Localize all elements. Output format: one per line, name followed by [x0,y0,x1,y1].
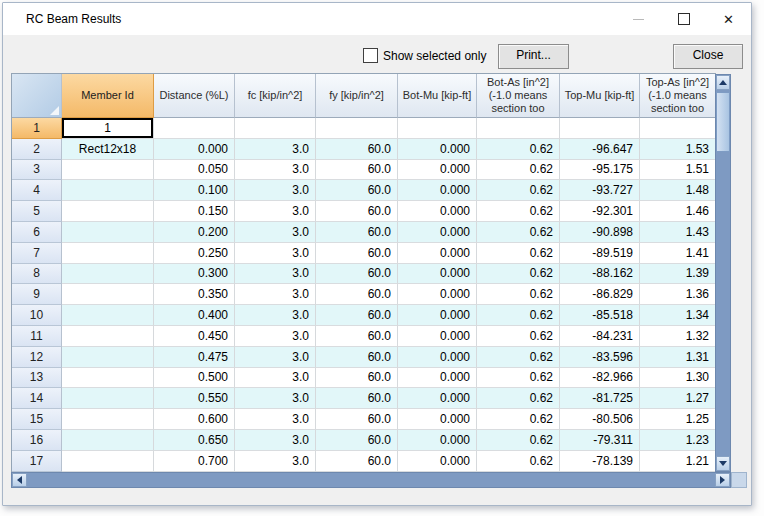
table-cell[interactable]: 3.0 [235,201,316,222]
table-cell[interactable]: 0.62 [477,409,560,430]
table-cell[interactable] [62,305,154,326]
table-cell[interactable]: 3.0 [235,284,316,305]
table-cell[interactable]: 0.62 [477,160,560,181]
table-cell[interactable]: 60.0 [316,284,398,305]
table-cell[interactable]: 3.0 [235,326,316,347]
table-cell[interactable]: 3.0 [235,222,316,243]
table-cell[interactable]: 0.400 [154,305,235,326]
table-cell[interactable]: 0.000 [398,409,477,430]
table-cell[interactable]: 60.0 [316,409,398,430]
table-cell[interactable]: -90.898 [560,222,640,243]
table-cell[interactable]: 60.0 [316,430,398,451]
row-header[interactable]: 9 [12,284,62,305]
table-cell[interactable]: 60.0 [316,160,398,181]
print-button[interactable]: Print... [498,44,569,69]
table-cell[interactable] [62,160,154,181]
table-cell[interactable]: 0.000 [398,388,477,409]
table-cell[interactable]: -84.231 [560,326,640,347]
table-cell[interactable]: -78.139 [560,451,640,472]
row-header[interactable]: 14 [12,388,62,409]
table-cell[interactable]: 0.150 [154,201,235,222]
table-cell[interactable]: 60.0 [316,368,398,389]
table-cell[interactable] [62,368,154,389]
table-cell[interactable]: 1.51 [640,160,716,181]
table-cell[interactable]: -86.829 [560,284,640,305]
table-cell[interactable]: 1.48 [640,180,716,201]
table-cell[interactable] [62,222,154,243]
table-cell[interactable]: 0.000 [398,347,477,368]
table-cell[interactable]: 60.0 [316,264,398,285]
minimize-button[interactable] [616,3,661,35]
table-cell[interactable]: 3.0 [235,305,316,326]
table-cell[interactable]: 0.62 [477,139,560,160]
table-cell[interactable]: 1 [62,118,154,139]
scroll-up-button[interactable] [716,75,730,90]
table-cell[interactable]: 0.550 [154,388,235,409]
row-header[interactable]: 1 [12,118,62,139]
table-cell[interactable]: 60.0 [316,305,398,326]
table-cell[interactable]: 3.0 [235,347,316,368]
row-header[interactable]: 3 [12,160,62,181]
table-cell[interactable] [62,409,154,430]
table-cell[interactable]: 3.0 [235,160,316,181]
table-cell[interactable]: 0.000 [398,139,477,160]
table-cell[interactable]: -92.301 [560,201,640,222]
table-cell[interactable]: 0.62 [477,243,560,264]
table-cell[interactable] [62,284,154,305]
close-window-button[interactable]: ✕ [706,3,751,35]
table-cell[interactable]: 1.34 [640,305,716,326]
show-selected-only-checkbox[interactable] [363,48,378,63]
table-cell[interactable]: 0.62 [477,388,560,409]
table-cell[interactable]: 1.23 [640,430,716,451]
row-header[interactable]: 7 [12,243,62,264]
table-cell[interactable]: 3.0 [235,264,316,285]
horizontal-scrollbar[interactable] [11,472,731,488]
table-cell[interactable]: 1.31 [640,347,716,368]
row-header[interactable]: 15 [12,409,62,430]
table-cell[interactable]: 60.0 [316,180,398,201]
scroll-left-button[interactable] [12,473,27,487]
table-cell[interactable]: 0.650 [154,430,235,451]
table-cell[interactable]: -82.966 [560,368,640,389]
table-cell[interactable]: 0.62 [477,368,560,389]
vertical-scrollbar[interactable] [715,74,731,472]
table-cell[interactable]: -79.311 [560,430,640,451]
close-button[interactable]: Close [673,44,743,69]
table-cell[interactable]: -81.725 [560,388,640,409]
table-cell[interactable] [154,118,235,139]
table-cell[interactable]: 1.46 [640,201,716,222]
table-cell[interactable]: 3.0 [235,430,316,451]
table-cell[interactable] [316,118,398,139]
table-cell[interactable] [62,451,154,472]
table-cell[interactable]: 3.0 [235,409,316,430]
table-cell[interactable]: 0.000 [398,243,477,264]
column-header-7[interactable]: Top-As [in^2] (-1.0 means section too [640,74,716,118]
table-cell[interactable]: 0.000 [398,368,477,389]
table-cell[interactable]: 0.62 [477,326,560,347]
table-cell[interactable]: 0.450 [154,326,235,347]
table-cell[interactable]: 3.0 [235,451,316,472]
table-cell[interactable] [62,201,154,222]
row-header[interactable]: 11 [12,326,62,347]
table-cell[interactable]: 1.30 [640,368,716,389]
table-cell[interactable]: 0.000 [398,430,477,451]
table-cell[interactable]: 60.0 [316,347,398,368]
table-cell[interactable]: 0.250 [154,243,235,264]
column-header-4[interactable]: Bot-Mu [kip-ft] [398,74,477,118]
table-cell[interactable] [560,118,640,139]
table-cell[interactable]: 60.0 [316,243,398,264]
table-cell[interactable]: 0.000 [398,264,477,285]
scroll-right-button[interactable] [715,473,730,487]
table-cell[interactable]: 60.0 [316,451,398,472]
table-cell[interactable]: 0.000 [398,326,477,347]
row-header[interactable]: 2 [12,139,62,160]
table-cell[interactable]: 0.62 [477,264,560,285]
table-cell[interactable]: 0.62 [477,180,560,201]
table-cell[interactable] [62,326,154,347]
table-cell[interactable]: 60.0 [316,326,398,347]
table-cell[interactable]: 0.300 [154,264,235,285]
table-cell[interactable]: 0.62 [477,284,560,305]
row-header[interactable]: 10 [12,305,62,326]
table-cell[interactable] [62,347,154,368]
table-cell[interactable]: 0.000 [398,222,477,243]
